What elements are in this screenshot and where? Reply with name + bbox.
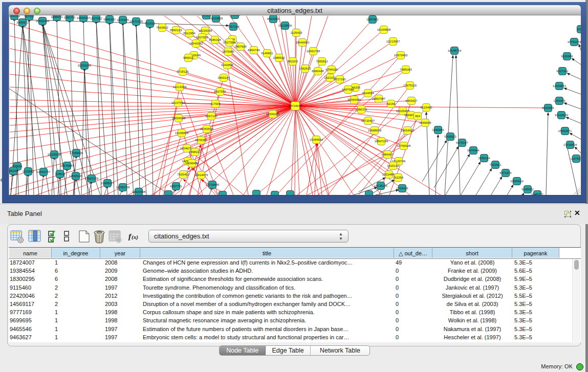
- svg-text:10807487: 10807487: [372, 97, 386, 100]
- svg-text:18640910: 18640910: [296, 41, 310, 44]
- svg-text:8813054: 8813054: [267, 17, 279, 20]
- svg-text:6479197: 6479197: [456, 141, 468, 144]
- svg-text:16107554: 16107554: [171, 101, 185, 104]
- svg-text:5938923: 5938923: [444, 135, 456, 138]
- svg-text:1125419: 1125419: [291, 31, 303, 34]
- svg-text:19218506: 19218506: [278, 24, 292, 27]
- svg-text:11123: 11123: [577, 28, 581, 31]
- svg-text:20206526: 20206526: [48, 153, 61, 156]
- svg-text:15716485: 15716485: [206, 183, 220, 186]
- svg-text:8912954: 8912954: [183, 32, 195, 35]
- svg-text:1527602: 1527602: [90, 17, 102, 20]
- svg-text:1071915: 1071915: [117, 18, 129, 21]
- svg-text:1244415: 1244415: [553, 99, 565, 102]
- svg-text:8878352: 8878352: [195, 139, 207, 142]
- svg-text:10958117: 10958117: [101, 182, 115, 185]
- svg-text:2687682: 2687682: [366, 18, 379, 21]
- svg-text:12213967: 12213967: [386, 40, 400, 43]
- svg-text:9463627: 9463627: [405, 99, 418, 102]
- svg-text:9115460: 9115460: [421, 106, 433, 109]
- svg-text:18300295: 18300295: [266, 113, 280, 116]
- svg-text:10975887: 10975887: [60, 164, 74, 167]
- svg-text:9245777: 9245777: [531, 193, 543, 195]
- svg-text:15692971: 15692971: [558, 129, 572, 133]
- svg-text:10648764: 10648764: [448, 49, 462, 52]
- svg-text:8471676: 8471676: [499, 171, 512, 174]
- svg-text:10688609: 10688609: [368, 129, 382, 132]
- svg-text:10653267: 10653267: [77, 16, 91, 19]
- svg-text:114519: 114519: [55, 172, 65, 176]
- svg-text:7386372: 7386372: [355, 108, 367, 111]
- svg-text:20053346: 20053346: [78, 64, 92, 67]
- svg-text:12213369: 12213369: [173, 85, 187, 89]
- svg-text:2718126: 2718126: [177, 70, 189, 73]
- svg-text:6794028: 6794028: [325, 68, 338, 71]
- svg-text:989012: 989012: [183, 56, 194, 59]
- svg-text:7357224: 7357224: [227, 25, 239, 28]
- svg-text:15720407: 15720407: [361, 119, 375, 122]
- svg-text:2935114: 2935114: [478, 157, 491, 160]
- svg-text:8215955: 8215955: [542, 106, 554, 110]
- svg-text:8990448: 8990448: [312, 70, 324, 73]
- svg-text:997011: 997011: [24, 15, 34, 18]
- svg-text:1993791: 1993791: [63, 16, 76, 19]
- svg-text:1362615: 1362615: [299, 67, 311, 70]
- svg-text:12942757: 12942757: [37, 170, 51, 173]
- svg-text:20691406: 20691406: [36, 19, 50, 23]
- svg-text:62160: 62160: [387, 102, 396, 105]
- svg-text:16210643: 16210643: [555, 114, 569, 117]
- svg-text:19756928: 19756928: [397, 144, 411, 147]
- svg-text:3624554: 3624554: [362, 92, 374, 95]
- svg-text:16154808: 16154808: [377, 28, 391, 31]
- svg-text:8454749: 8454749: [248, 49, 260, 52]
- svg-text:7632621: 7632621: [489, 163, 502, 166]
- svg-text:17016504: 17016504: [563, 143, 577, 146]
- svg-text:9474444: 9474444: [467, 149, 480, 152]
- svg-text:9242848: 9242848: [221, 63, 233, 67]
- svg-text:2405572: 2405572: [16, 21, 29, 24]
- svg-text:12505135: 12505135: [69, 174, 83, 178]
- svg-text:1995071: 1995071: [51, 15, 63, 18]
- svg-text:882203: 882203: [288, 60, 298, 63]
- svg-text:9146821: 9146821: [261, 52, 273, 55]
- svg-text:7955812: 7955812: [316, 60, 328, 63]
- svg-text:17359926: 17359926: [70, 151, 83, 155]
- svg-text:15751074: 15751074: [568, 40, 581, 43]
- svg-text:2803144: 2803144: [217, 76, 230, 79]
- svg-text:9884067: 9884067: [381, 153, 394, 156]
- svg-text:12923468: 12923468: [132, 190, 146, 193]
- svg-text:1733426: 1733426: [396, 187, 408, 190]
- svg-text:9657791: 9657791: [170, 185, 182, 188]
- svg-text:16671355: 16671355: [129, 20, 143, 23]
- svg-text:19654925: 19654925: [172, 117, 186, 120]
- svg-text:117006: 117006: [210, 102, 221, 105]
- svg-text:10973493: 10973493: [394, 54, 408, 57]
- svg-text:3875685: 3875685: [222, 50, 234, 53]
- svg-text:9245652: 9245652: [521, 188, 534, 191]
- svg-text:18226058: 18226058: [199, 29, 212, 32]
- svg-text:9227342: 9227342: [556, 70, 569, 73]
- svg-text:1588520: 1588520: [273, 56, 285, 59]
- svg-text:20364456: 20364456: [347, 98, 361, 101]
- svg-text:10654112: 10654112: [510, 180, 524, 183]
- svg-text:751552: 751552: [145, 22, 156, 25]
- svg-text:3267130: 3267130: [205, 115, 217, 118]
- svg-text:17957255: 17957255: [85, 177, 99, 180]
- svg-text:16033809: 16033809: [209, 17, 223, 20]
- svg-text:1640551: 1640551: [9, 15, 20, 17]
- svg-text:13975115: 13975115: [403, 84, 417, 87]
- svg-text:954: 954: [415, 115, 421, 118]
- svg-text:7485063: 7485063: [400, 68, 412, 71]
- svg-text:12093872: 12093872: [553, 84, 567, 87]
- svg-text:1498222: 1498222: [189, 150, 201, 154]
- svg-text:16782759: 16782759: [116, 186, 130, 189]
- svg-text:1115682: 1115682: [23, 170, 34, 173]
- svg-text:14099489: 14099489: [185, 162, 199, 165]
- svg-text:9699695: 9699695: [419, 121, 431, 124]
- svg-text:16543382: 16543382: [189, 42, 203, 45]
- svg-text:10961758: 10961758: [307, 50, 320, 53]
- svg-text:7663822: 7663822: [156, 26, 168, 29]
- svg-text:14136141: 14136141: [374, 184, 388, 187]
- svg-text:11353594: 11353594: [200, 127, 214, 130]
- svg-text:8186328: 8186328: [209, 38, 221, 41]
